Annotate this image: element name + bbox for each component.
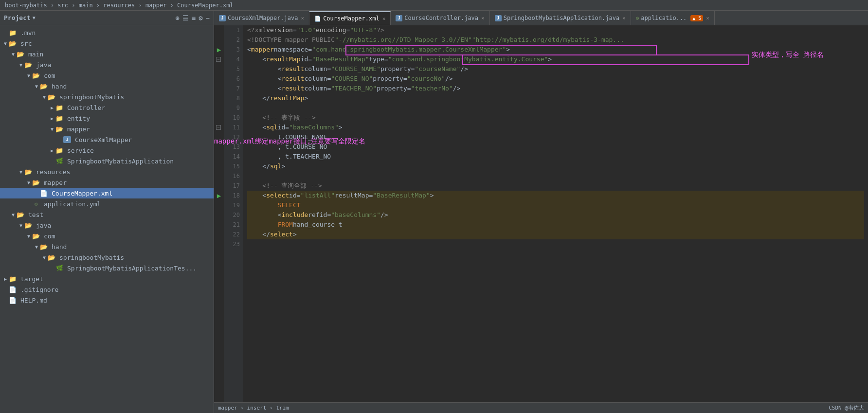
tree-item-label: src bbox=[20, 40, 32, 47]
tree-item[interactable]: ▼📂springbootMybatis bbox=[0, 252, 214, 263]
fold-icon[interactable]: − bbox=[216, 57, 221, 62]
tab-file-icon: J bbox=[396, 15, 402, 21]
tree-arrow-icon: ▼ bbox=[49, 126, 55, 132]
code-line bbox=[247, 103, 864, 113]
tree-item[interactable]: ▼📂main bbox=[0, 49, 214, 59]
tree-file-icon: 📂 bbox=[24, 168, 32, 176]
line-number: 10 bbox=[227, 113, 240, 123]
tree-file-icon: 📂 bbox=[9, 39, 17, 47]
tree-arrow-icon: ▼ bbox=[18, 223, 24, 228]
tree-arrow-icon: ▶ bbox=[49, 116, 55, 121]
line-number: 20 bbox=[227, 210, 240, 220]
tree-item[interactable]: 🌿SpringbootMybatisApplicationTes... bbox=[0, 263, 214, 273]
tree-item-label: hand bbox=[52, 243, 67, 251]
minimize-icon[interactable]: − bbox=[206, 14, 210, 22]
code-line bbox=[247, 171, 864, 181]
tree-item[interactable]: 📁.mvn bbox=[0, 27, 214, 38]
tree-arrow-icon: ▼ bbox=[25, 180, 32, 185]
tree-arrow-icon: ▼ bbox=[33, 244, 40, 250]
tab-close-button[interactable]: × bbox=[622, 15, 626, 21]
tree-file-icon: 📂 bbox=[32, 72, 40, 79]
tree-file-icon: 📂 bbox=[17, 50, 24, 58]
tree-item[interactable]: ▶📁Controller bbox=[0, 102, 214, 113]
locate-icon[interactable]: ⊕ bbox=[175, 14, 179, 22]
gutter-icons: ▶−−▶ bbox=[214, 25, 224, 402]
tab-file-icon: J bbox=[219, 15, 226, 21]
settings-icon[interactable]: ⚙ bbox=[199, 14, 202, 22]
tree-item[interactable]: ▶📁service bbox=[0, 145, 214, 156]
tree-item[interactable]: ▼📂hand bbox=[0, 81, 214, 91]
code-line: </select> bbox=[247, 230, 864, 239]
tree-item[interactable]: ▼📂mapper bbox=[0, 177, 214, 188]
editor-tab[interactable]: JSpringbootMybatisApplication.java× bbox=[490, 11, 631, 25]
tree-item[interactable]: 📄HELP.md bbox=[0, 295, 214, 305]
tab-close-button[interactable]: × bbox=[382, 16, 386, 22]
code-line: </sql> bbox=[247, 162, 864, 171]
tree-item[interactable]: ▼📂test bbox=[0, 209, 214, 220]
tree-item[interactable]: 📄.gitignore bbox=[0, 284, 214, 295]
fold-icon[interactable]: − bbox=[216, 125, 221, 130]
editor-tab[interactable]: 📄CourseMapper.xml× bbox=[309, 11, 391, 25]
sidebar-actions: ⊕ ☰ ≡ ⚙ − bbox=[175, 14, 210, 22]
tree-file-icon: 🌿 bbox=[55, 264, 63, 272]
gutter-line bbox=[214, 152, 224, 162]
run-arrow-icon[interactable]: ▶ bbox=[217, 192, 221, 199]
collapse-icon[interactable]: ☰ bbox=[182, 14, 189, 22]
editor-tab[interactable]: JCourseController.java× bbox=[391, 11, 489, 25]
tree-item-label: java bbox=[36, 61, 51, 69]
dropdown-arrow-icon[interactable]: ▼ bbox=[33, 15, 36, 20]
line-number: 22 bbox=[227, 230, 240, 239]
tree-arrow-icon: ▼ bbox=[18, 169, 24, 175]
tree-item[interactable]: ⚙application.yml bbox=[0, 198, 214, 209]
gutter-line: ▶ bbox=[214, 45, 224, 54]
status-bar: mapper › insert › trim CSDN @韦佐大 bbox=[214, 402, 868, 413]
tree-item[interactable]: ▼📂hand bbox=[0, 241, 214, 252]
tree-item[interactable]: ▼📂com bbox=[0, 231, 214, 241]
tab-close-button[interactable]: × bbox=[301, 15, 305, 21]
tree-item[interactable]: ▼📂mapper bbox=[0, 124, 214, 134]
run-arrow-icon[interactable]: ▶ bbox=[217, 46, 221, 54]
code-line: </resultMap> bbox=[247, 93, 864, 103]
tab-file-icon: J bbox=[495, 15, 502, 21]
tree-item[interactable]: ▶📁entity bbox=[0, 113, 214, 124]
editor-tab[interactable]: JCourseXmlMapper.java× bbox=[214, 11, 309, 25]
tree-file-icon: J bbox=[63, 136, 71, 143]
tree-item-label: HELP.md bbox=[20, 297, 47, 304]
line-number: 19 bbox=[227, 200, 240, 210]
tree-item[interactable]: ▼📂springbootMybatis bbox=[0, 91, 214, 102]
tree-item[interactable]: ▼📂java bbox=[0, 220, 214, 231]
tree-arrow-icon: ▼ bbox=[41, 94, 48, 100]
tab-close-button[interactable]: × bbox=[481, 15, 485, 21]
tree-item-label: service bbox=[67, 147, 94, 154]
tree-item-label: springbootMybatis bbox=[59, 254, 124, 261]
tree-item[interactable]: ▼📂java bbox=[0, 59, 214, 70]
tree-file-icon: 📁 bbox=[55, 114, 63, 122]
tree-item[interactable]: JCourseXmlMapper bbox=[0, 134, 214, 145]
code-line: <result column="TEACHER_NO" property="te… bbox=[247, 84, 864, 93]
tree-item-label: .gitignore bbox=[20, 286, 58, 293]
tree-item[interactable]: ▼📂src bbox=[0, 38, 214, 49]
tree-arrow-icon: ▼ bbox=[25, 233, 32, 239]
tree-item-label: CourseXmlMapper bbox=[75, 136, 132, 144]
sidebar-header: Project ▼ ⊕ ☰ ≡ ⚙ − bbox=[0, 11, 214, 25]
code-line: <!-- 查询全部 --> bbox=[247, 181, 864, 191]
tab-close-button[interactable]: × bbox=[706, 15, 709, 21]
tree-file-icon: 📂 bbox=[48, 253, 55, 261]
tree-item[interactable]: 🌿SpringbootMybatisApplication bbox=[0, 156, 214, 166]
tree-item[interactable]: ▼📂com bbox=[0, 70, 214, 81]
line-number: 9 bbox=[227, 103, 240, 113]
editor-tab[interactable]: ⚙applicatio...▲ 5× bbox=[631, 11, 715, 25]
tree-item[interactable]: ▼📂resources bbox=[0, 166, 214, 177]
tree-item[interactable]: 📄CourseMapper.xml bbox=[0, 188, 214, 198]
tree-item-label: com bbox=[44, 72, 55, 79]
line-number: 17 bbox=[227, 181, 240, 191]
gutter-line bbox=[214, 181, 224, 191]
gutter-line bbox=[214, 93, 224, 103]
expand-icon[interactable]: ≡ bbox=[192, 14, 196, 22]
gutter-line: − bbox=[214, 54, 224, 64]
code-line: <result column="COURSE_NO" property="cou… bbox=[247, 74, 864, 84]
status-right-info: CSDN @韦佐大 bbox=[829, 404, 864, 412]
gutter-line bbox=[214, 113, 224, 123]
tree-item-label: mapper bbox=[44, 179, 67, 186]
tree-item[interactable]: ▶📁target bbox=[0, 273, 214, 284]
